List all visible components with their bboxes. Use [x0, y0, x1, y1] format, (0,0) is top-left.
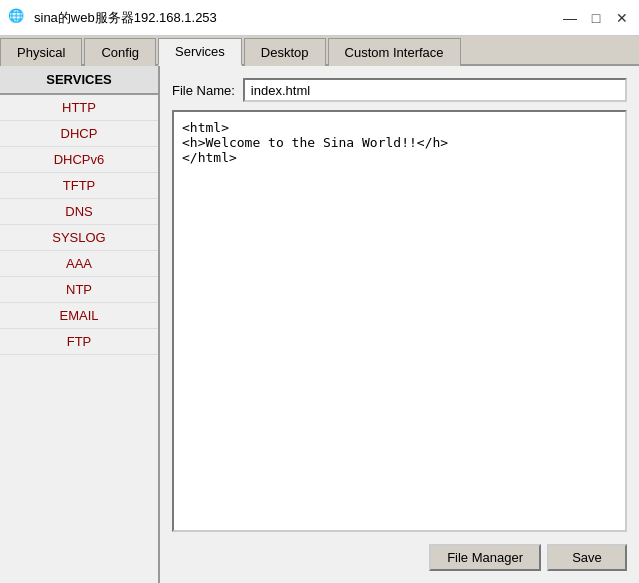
- sidebar-item-tftp[interactable]: TFTP: [0, 173, 158, 199]
- sidebar-item-email[interactable]: EMAIL: [0, 303, 158, 329]
- tab-services[interactable]: Services: [158, 38, 242, 66]
- right-panel: File Name: File Manager Save: [160, 66, 639, 583]
- title-bar: 🌐 sina的web服务器192.168.1.253 — □ ✕: [0, 0, 639, 36]
- tab-bar: Physical Config Services Desktop Custom …: [0, 36, 639, 66]
- minimize-button[interactable]: —: [561, 9, 579, 27]
- file-name-label: File Name:: [172, 83, 235, 98]
- title-bar-left: 🌐 sina的web服务器192.168.1.253: [8, 8, 217, 28]
- sidebar-scroll[interactable]: HTTP DHCP DHCPv6 TFTP DNS SYSLOG AAA NTP…: [0, 95, 158, 583]
- file-name-row: File Name:: [172, 78, 627, 102]
- file-name-input[interactable]: [243, 78, 627, 102]
- sidebar-header: SERVICES: [0, 66, 158, 95]
- sidebar-item-aaa[interactable]: AAA: [0, 251, 158, 277]
- sidebar-item-dhcpv6[interactable]: DHCPv6: [0, 147, 158, 173]
- sidebar-item-ftp[interactable]: FTP: [0, 329, 158, 355]
- tab-physical[interactable]: Physical: [0, 38, 82, 66]
- sidebar-item-http[interactable]: HTTP: [0, 95, 158, 121]
- window-title: sina的web服务器192.168.1.253: [34, 9, 217, 27]
- tab-config[interactable]: Config: [84, 38, 156, 66]
- maximize-button[interactable]: □: [587, 9, 605, 27]
- close-button[interactable]: ✕: [613, 9, 631, 27]
- file-manager-button[interactable]: File Manager: [429, 544, 541, 571]
- save-button[interactable]: Save: [547, 544, 627, 571]
- tab-custom-interface[interactable]: Custom Interface: [328, 38, 461, 66]
- sidebar: SERVICES HTTP DHCP DHCPv6 TFTP DNS SYSLO…: [0, 66, 160, 583]
- sidebar-item-dns[interactable]: DNS: [0, 199, 158, 225]
- sidebar-item-syslog[interactable]: SYSLOG: [0, 225, 158, 251]
- bottom-buttons: File Manager Save: [172, 540, 627, 571]
- app-icon: 🌐: [8, 8, 28, 28]
- main-content: SERVICES HTTP DHCP DHCPv6 TFTP DNS SYSLO…: [0, 66, 639, 583]
- sidebar-item-dhcp[interactable]: DHCP: [0, 121, 158, 147]
- sidebar-item-ntp[interactable]: NTP: [0, 277, 158, 303]
- editor-textarea[interactable]: [172, 110, 627, 532]
- tab-desktop[interactable]: Desktop: [244, 38, 326, 66]
- title-bar-controls: — □ ✕: [561, 9, 631, 27]
